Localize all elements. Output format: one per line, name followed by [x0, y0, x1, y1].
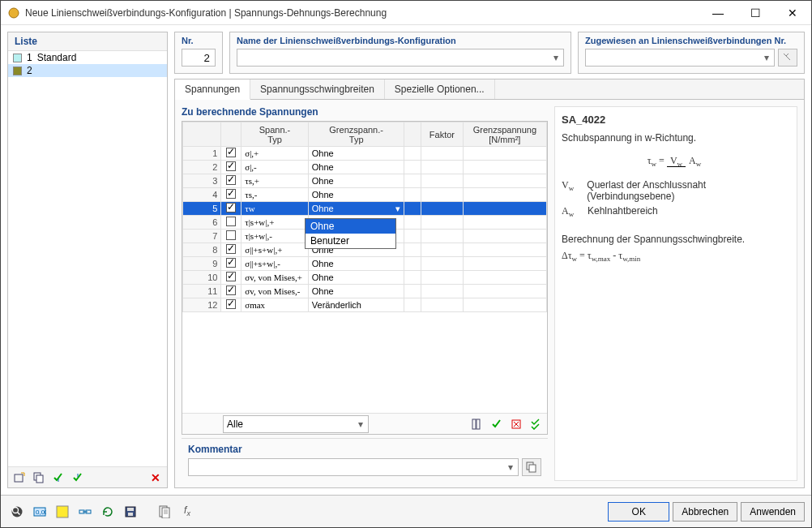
maximize-button[interactable]: ☐: [737, 1, 774, 25]
list-item[interactable]: 1 Standard: [8, 51, 167, 64]
dropdown-option[interactable]: Ohne: [306, 219, 395, 234]
grenztyp-cell[interactable]: Ohne: [308, 285, 404, 298]
table-row[interactable]: 5 τw Ohne: [183, 202, 547, 216]
grenztyp-cell[interactable]: Ohne: [308, 188, 404, 202]
grenztyp-dropdown[interactable]: OhneBenutzer: [305, 218, 396, 249]
grenzspannung-cell[interactable]: [463, 202, 546, 216]
row-checkbox[interactable]: [221, 147, 241, 161]
table-row[interactable]: 9 σ||+s+w|,- Ohne: [183, 257, 547, 271]
stress-grid[interactable]: Spann.-Typ Grenzspann.-Typ Faktor Grenzs…: [182, 121, 548, 435]
table-row[interactable]: 1 σ|,+ Ohne: [183, 147, 547, 161]
grenzspannung-cell[interactable]: [463, 161, 546, 174]
cancel-button[interactable]: Abbrechen: [673, 502, 737, 522]
tab[interactable]: Spannungen: [175, 79, 250, 100]
faktor-cell[interactable]: [421, 243, 464, 257]
table-row[interactable]: 3 τs,+ Ohne: [183, 174, 547, 188]
row-checkbox[interactable]: [221, 257, 241, 271]
close-button[interactable]: ✕: [774, 1, 811, 25]
copy-icon[interactable]: [31, 470, 47, 486]
col-spann-typ[interactable]: Spann.-Typ: [241, 122, 309, 147]
grid-tool-check-all-icon[interactable]: [489, 416, 505, 432]
refresh-icon[interactable]: [98, 502, 118, 522]
grenzspannung-cell[interactable]: [463, 285, 546, 298]
faktor-cell[interactable]: [421, 147, 464, 161]
faktor-cell[interactable]: [421, 230, 464, 243]
list-item[interactable]: 2: [8, 64, 167, 77]
grenzspannung-cell[interactable]: [463, 174, 546, 188]
row-checkbox[interactable]: [221, 202, 241, 216]
grenztyp-cell[interactable]: Ohne: [308, 174, 404, 188]
grenztyp-cell[interactable]: Ohne: [308, 147, 404, 161]
new-icon[interactable]: [11, 470, 28, 486]
grenzspannung-cell[interactable]: [463, 216, 546, 230]
grenzspannung-cell[interactable]: [463, 188, 546, 202]
faktor-cell[interactable]: [421, 174, 464, 188]
row-checkbox[interactable]: [221, 230, 241, 243]
tab[interactable]: Spezielle Optionen...: [385, 79, 495, 99]
row-number: 2: [183, 161, 221, 174]
col-grenzspannung[interactable]: Grenzspannung[N/mm²]: [463, 122, 546, 147]
tab[interactable]: Spannungsschwingbreiten: [250, 79, 385, 99]
minimize-button[interactable]: —: [699, 1, 737, 25]
faktor-cell[interactable]: [421, 216, 464, 230]
comment-copy-icon[interactable]: [522, 458, 541, 476]
grenzspannung-cell[interactable]: [463, 271, 546, 285]
link-icon[interactable]: [75, 502, 95, 522]
save-icon[interactable]: [121, 502, 140, 522]
row-checkbox[interactable]: [221, 243, 241, 257]
row-checkbox[interactable]: [221, 161, 241, 174]
pick-icon[interactable]: [778, 49, 797, 67]
apply-button[interactable]: Anwenden: [741, 502, 805, 522]
grenztyp-cell[interactable]: Ohne: [308, 202, 404, 216]
row-checkbox[interactable]: [221, 216, 241, 230]
grenzspannung-cell[interactable]: [463, 298, 546, 312]
table-row[interactable]: 10 σv, von Mises,+ Ohne: [183, 271, 547, 285]
faktor-cell[interactable]: [421, 271, 464, 285]
grenzspannung-cell[interactable]: [463, 230, 546, 243]
grenzspannung-cell[interactable]: [463, 257, 546, 271]
dropdown-option[interactable]: Benutzer: [306, 234, 395, 248]
row-checkbox[interactable]: [221, 174, 241, 188]
function-icon[interactable]: fx: [177, 502, 197, 522]
ok-button[interactable]: OK: [608, 502, 669, 522]
grenztyp-cell[interactable]: Ohne: [308, 271, 404, 285]
faktor-cell[interactable]: [421, 161, 464, 174]
grenztyp-cell[interactable]: Veränderlich: [308, 298, 404, 312]
faktor-cell[interactable]: [421, 298, 464, 312]
nr-input[interactable]: [182, 49, 216, 67]
item-number: 1: [27, 52, 32, 63]
delete-icon[interactable]: ✕: [147, 470, 164, 486]
check-out-icon[interactable]: [70, 470, 86, 486]
row-checkbox[interactable]: [221, 271, 241, 285]
row-checkbox[interactable]: [221, 285, 241, 298]
units-icon[interactable]: 0,00: [30, 502, 49, 522]
assigned-combo[interactable]: [585, 49, 775, 67]
row-checkbox[interactable]: [221, 188, 241, 202]
table-row[interactable]: 12 σmax Veränderlich: [183, 298, 547, 312]
help-icon[interactable]: [7, 502, 27, 522]
grenzspannung-cell[interactable]: [463, 147, 546, 161]
grid-tool-toggle-icon[interactable]: [528, 416, 544, 432]
report-icon[interactable]: [155, 502, 174, 522]
table-row[interactable]: 4 τs,- Ohne: [183, 188, 547, 202]
faktor-cell[interactable]: [421, 188, 464, 202]
col-faktor[interactable]: Faktor: [421, 122, 464, 147]
grid-tool-columns-icon[interactable]: [469, 416, 485, 432]
grenztyp-cell[interactable]: Ohne: [308, 161, 404, 174]
faktor-cell[interactable]: [421, 202, 464, 216]
row-checkbox[interactable]: [221, 298, 241, 312]
faktor-cell[interactable]: [421, 257, 464, 271]
faktor-cell[interactable]: [421, 285, 464, 298]
table-row[interactable]: 11 σv, von Mises,- Ohne: [183, 285, 547, 298]
col-grenz-typ[interactable]: Grenzspann.-Typ: [308, 122, 404, 147]
table-row[interactable]: 2 σ|,- Ohne: [183, 161, 547, 174]
filter-combo[interactable]: Alle: [223, 415, 369, 433]
grenzspannung-cell[interactable]: [463, 243, 546, 257]
name-combo[interactable]: [237, 49, 564, 67]
config-list[interactable]: 1 Standard 2: [8, 51, 167, 466]
comment-combo[interactable]: [188, 458, 519, 476]
grenztyp-cell[interactable]: Ohne: [308, 257, 404, 271]
check-in-icon[interactable]: [50, 470, 66, 486]
color-icon[interactable]: [53, 502, 72, 522]
grid-tool-uncheck-icon[interactable]: [508, 416, 524, 432]
